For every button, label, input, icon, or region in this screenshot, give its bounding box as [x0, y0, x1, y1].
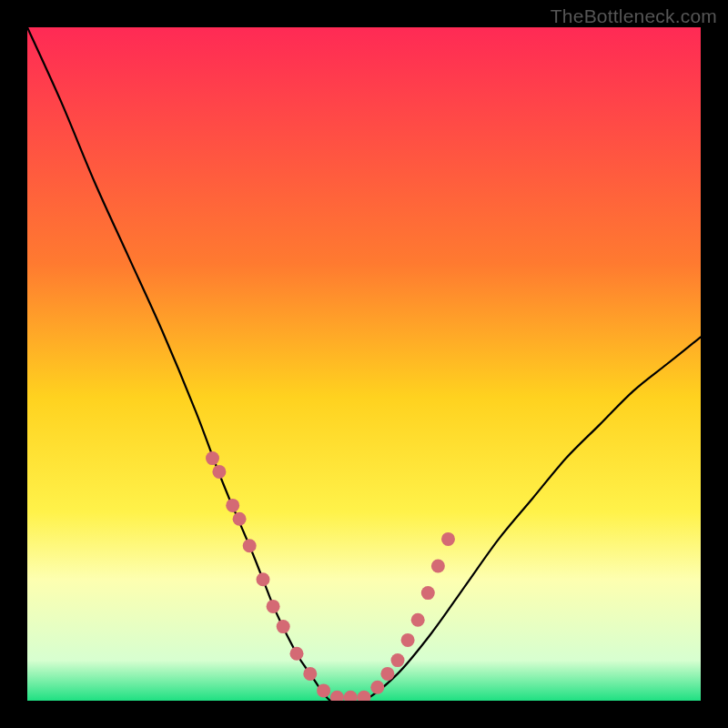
marker-point [226, 499, 239, 512]
marker-point [303, 667, 317, 681]
marker-point [290, 647, 304, 661]
marker-point [233, 512, 247, 526]
marker-point [431, 560, 445, 573]
marker-point [206, 451, 219, 465]
watermark-text: TheBottleneck.com [551, 5, 717, 27]
plot-area [27, 27, 701, 701]
marker-point [380, 667, 394, 681]
marker-point [257, 572, 270, 586]
marker-point [277, 620, 290, 633]
gradient-background [27, 27, 701, 701]
marker-point [401, 633, 415, 647]
bottleneck-chart [27, 27, 701, 701]
marker-point [421, 586, 435, 600]
marker-point [243, 539, 257, 552]
chart-frame: TheBottleneck.com [0, 0, 728, 728]
marker-point [370, 681, 384, 694]
marker-point [267, 600, 280, 613]
marker-point [212, 465, 226, 479]
marker-point [391, 653, 405, 667]
marker-point [441, 532, 455, 546]
marker-point [411, 613, 425, 627]
marker-point [317, 683, 330, 697]
